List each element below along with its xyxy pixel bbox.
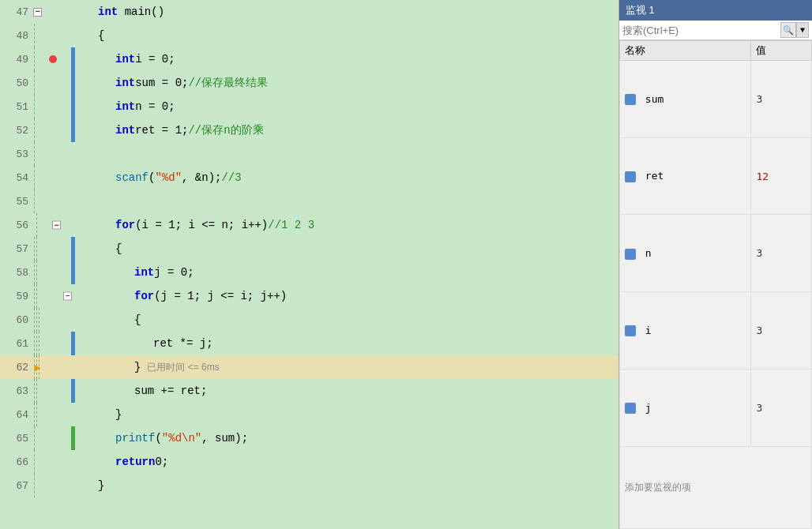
line-number-50: 50 [0, 77, 33, 89]
code-content-67: } [96, 474, 618, 497]
brace-close-62: } [134, 361, 141, 373]
search-icon: 🔍 [783, 25, 794, 36]
code-line-55: 55 [0, 189, 618, 213]
kw-int-50: int [115, 77, 135, 89]
line-number-53: 53 [0, 148, 33, 160]
code-line-57: 57 { [0, 237, 618, 261]
code-58: j = 0; [154, 266, 194, 279]
watch-icon-j [625, 403, 636, 414]
code-content-65: printf("%d\n", sum); [96, 426, 618, 450]
code-line-54: 54 scanf("%d", &n);//3 [0, 166, 618, 189]
line-number-58: 58 [0, 267, 33, 279]
code-line-53: 53 [0, 142, 618, 166]
watch-name-n: n [620, 215, 751, 292]
line-number-59: 59 [0, 291, 33, 302]
gutter-52 [33, 118, 96, 142]
watch-icon-ret [625, 171, 636, 182]
watch-value-i: 3 [751, 292, 812, 370]
code-line-52: 52 int ret = 1;//保存n的阶乘 [0, 118, 618, 142]
line-number-48: 48 [0, 30, 33, 42]
kw-int-47: int [98, 6, 118, 18]
line-number-66: 66 [0, 456, 33, 468]
line-number-56: 56 [0, 219, 33, 231]
code-52: ret = 1; [135, 124, 188, 137]
code-line-56: 56 − for (i = 1; i <= n; i++)//1 2 3 [0, 213, 618, 237]
fold-minus-59[interactable]: − [63, 292, 72, 301]
watch-row-j: j 3 [620, 369, 812, 446]
code-content-56: for (i = 1; i <= n; i++)//1 2 3 [96, 213, 618, 237]
watch-table-header: 名称 值 [620, 41, 812, 61]
code-content-48: { [96, 24, 618, 47]
code-line-66: 66 return 0; [0, 450, 618, 474]
watch-title: 监视 1 [619, 0, 812, 21]
gutter-59: − [33, 284, 96, 308]
gutter-66 [33, 450, 96, 474]
code-content-49: int i = 0; [96, 47, 618, 71]
code-line-67: 67 } [0, 474, 618, 497]
brace-57: { [115, 242, 122, 255]
code-content-59: for (j = 1; j <= i; j++) [96, 284, 618, 308]
code-line-62: 62 ▶ } 已用时间 <= 6ms [0, 355, 618, 379]
watch-row-add[interactable]: 添加要监视的项 [620, 446, 812, 528]
comment-50: //保存最终结果 [188, 76, 268, 90]
code-line-61: 61 ret *= j; [0, 332, 618, 355]
line-number-65: 65 [0, 433, 33, 445]
line-number-47: 47 [0, 6, 33, 18]
comment-56: //1 2 3 [268, 219, 314, 231]
watch-dropdown-button[interactable]: ▼ [796, 22, 809, 38]
line-number-55: 55 [0, 196, 33, 208]
watch-col-value: 值 [751, 41, 812, 61]
watch-search-button[interactable]: 🔍 [780, 22, 796, 38]
line-number-54: 54 [0, 172, 33, 184]
gutter-47: − [33, 0, 96, 24]
line-number-57: 57 [0, 243, 33, 255]
watch-value-j: 3 [751, 369, 812, 446]
watch-row-n: n 3 [620, 215, 812, 292]
fold-minus-47[interactable]: − [33, 8, 42, 17]
code-66: 0; [155, 456, 168, 468]
gutter-49 [33, 47, 96, 71]
kw-int-49: int [115, 53, 135, 66]
code-56: (i = 1; i <= n; i++) [135, 219, 268, 231]
gutter-65 [33, 426, 96, 450]
brace-open-48: { [98, 29, 104, 42]
code-65a: ( [155, 432, 161, 445]
code-content-47: int main() [96, 0, 618, 24]
str-65: "%d\n" [162, 432, 201, 445]
code-61: ret *= j; [153, 337, 213, 350]
watch-add-label[interactable]: 添加要监视的项 [620, 446, 812, 528]
code-content-60: { [96, 308, 618, 332]
gutter-63 [33, 379, 96, 403]
gutter-48 [33, 24, 96, 47]
watch-name-j: j [620, 369, 751, 446]
gutter-60 [33, 308, 96, 332]
chevron-down-icon: ▼ [800, 26, 805, 35]
kw-for-56: for [115, 219, 135, 231]
code-content-57: { [96, 237, 618, 261]
brace-close-64: } [115, 408, 122, 421]
line-number-63: 63 [0, 385, 33, 397]
watch-icon-n [625, 249, 636, 260]
code-59: (j = 1; j <= i; j++) [154, 290, 287, 302]
code-line-64: 64 } [0, 403, 618, 426]
gutter-51 [33, 95, 96, 118]
code-content-51: int n = 0; [96, 95, 618, 118]
code-content-52: int ret = 1;//保存n的阶乘 [96, 118, 618, 142]
code-main: main() [125, 6, 164, 18]
code-line-49: 49 int i = 0; [0, 47, 618, 71]
fold-minus-56[interactable]: − [52, 221, 61, 230]
watch-search-bar[interactable]: 🔍 ▼ [619, 21, 812, 40]
line-number-61: 61 [0, 338, 33, 350]
watch-value-n: 3 [751, 215, 812, 292]
code-49: i = 0; [135, 53, 175, 66]
line-number-49: 49 [0, 54, 33, 66]
watch-panel: 监视 1 🔍 ▼ 名称 值 sum [618, 0, 812, 529]
code-51: n = 0; [135, 100, 175, 113]
code-content-54: scanf("%d", &n);//3 [96, 166, 618, 189]
fn-printf: printf [115, 432, 155, 445]
watch-col-name: 名称 [620, 41, 751, 61]
watch-search-input[interactable] [622, 24, 780, 36]
code-line-59: 59 − for (j = 1; j <= i; j++) [0, 284, 618, 308]
line-number-60: 60 [0, 314, 33, 326]
kw-int-58: int [134, 266, 154, 279]
